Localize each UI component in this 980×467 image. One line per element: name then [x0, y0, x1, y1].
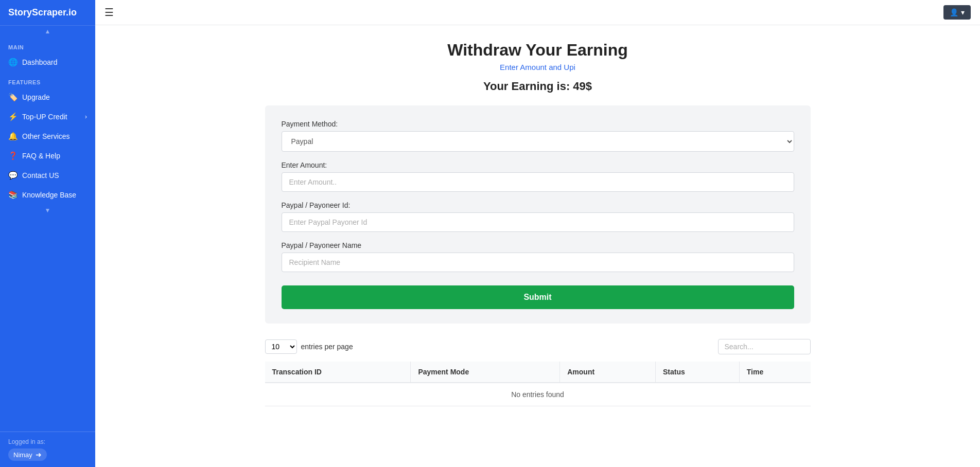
sidebar-item-label: Other Services — [22, 132, 70, 140]
enter-amount-input[interactable] — [282, 172, 794, 192]
transactions-table: Transcation ID Payment Mode Amount Statu… — [265, 362, 811, 406]
enter-amount-group: Enter Amount: — [282, 161, 794, 192]
entries-control: 10 25 50 100 entries per page — [265, 339, 353, 354]
no-entries-cell: No entries found — [265, 383, 811, 406]
paypal-id-input[interactable] — [282, 212, 794, 232]
lightning-icon: ⚡ — [8, 112, 18, 121]
sidebar: StoryScraper.io ▲ MAIN 🌐 Dashboard FEATU… — [0, 0, 95, 467]
sidebar-section-features: FEATURES — [0, 72, 95, 87]
sidebar-footer: Logged in as: Nimay ➜ — [0, 432, 95, 467]
payment-method-group: Payment Method: Paypal Payoneer UPI — [282, 120, 794, 152]
table-search-input[interactable] — [718, 339, 811, 354]
sidebar-item-label: FAQ & Help — [22, 152, 60, 160]
book-icon: 📚 — [8, 190, 18, 200]
sidebar-item-label: Upgrade — [22, 93, 50, 101]
sidebar-item-topup-credit[interactable]: ⚡ Top-UP Credit › — [0, 107, 95, 127]
sidebar-item-other-services[interactable]: 🔔 Other Services — [0, 127, 95, 146]
col-status: Status — [655, 362, 739, 383]
table-header: Transcation ID Payment Mode Amount Statu… — [265, 362, 811, 383]
withdrawal-form-card: Payment Method: Paypal Payoneer UPI Ente… — [265, 105, 811, 324]
table-body: No entries found — [265, 383, 811, 406]
user-badge[interactable]: Nimay ➜ — [8, 448, 47, 461]
payment-method-label: Payment Method: — [282, 120, 794, 128]
earning-value: 49$ — [573, 80, 592, 93]
sidebar-item-dashboard[interactable]: 🌐 Dashboard — [0, 52, 95, 72]
entries-per-page-select[interactable]: 10 25 50 100 — [265, 339, 297, 354]
page-title: Withdraw Your Earning — [116, 41, 959, 60]
earning-prefix: Your Earning is: — [483, 80, 570, 93]
sidebar-item-label: Knowledge Base — [22, 191, 76, 199]
scroll-up-arrow: ▲ — [0, 26, 95, 37]
topbar: ☰ 👤 ▾ — [95, 0, 980, 25]
sidebar-item-faq[interactable]: ❓ FAQ & Help — [0, 146, 95, 166]
table-row-empty: No entries found — [265, 383, 811, 406]
chevron-right-icon: › — [85, 113, 87, 120]
main-content: ☰ 👤 ▾ Withdraw Your Earning Enter Amount… — [95, 0, 980, 467]
col-payment-mode: Payment Mode — [411, 362, 560, 383]
submit-button[interactable]: Submit — [282, 285, 794, 309]
paypal-id-group: Paypal / Payoneer Id: — [282, 201, 794, 232]
col-amount: Amount — [560, 362, 656, 383]
sidebar-item-knowledge-base[interactable]: 📚 Knowledge Base — [0, 185, 95, 205]
user-dropdown-arrow: ▾ — [961, 8, 965, 16]
paypal-name-input[interactable] — [282, 253, 794, 272]
col-transaction-id: Transcation ID — [265, 362, 411, 383]
page-subtitle: Enter Amount and Upi — [116, 63, 959, 71]
logged-in-label: Logged in as: — [8, 438, 87, 445]
paypal-id-label: Paypal / Payoneer Id: — [282, 201, 794, 209]
globe-icon: 🌐 — [8, 58, 18, 67]
earning-display: Your Earning is: 49$ — [116, 80, 959, 93]
question-icon: ❓ — [8, 151, 18, 160]
sidebar-section-main: MAIN — [0, 37, 95, 52]
user-avatar-button[interactable]: 👤 ▾ — [943, 5, 971, 20]
paypal-name-label: Paypal / Payoneer Name — [282, 241, 794, 249]
app-logo: StoryScraper.io — [0, 0, 95, 26]
table-controls: 10 25 50 100 entries per page — [265, 339, 811, 354]
enter-amount-label: Enter Amount: — [282, 161, 794, 169]
payment-method-select[interactable]: Paypal Payoneer UPI — [282, 131, 794, 152]
sidebar-item-label: Top-UP Credit — [22, 113, 67, 121]
user-icon: 👤 — [950, 8, 958, 16]
table-header-row: Transcation ID Payment Mode Amount Statu… — [265, 362, 811, 383]
username-label: Nimay — [13, 451, 32, 459]
sidebar-item-label: Contact US — [22, 171, 59, 179]
sidebar-item-label: Dashboard — [22, 58, 58, 66]
upgrade-icon: 🏷️ — [8, 93, 18, 102]
chat-icon: 💬 — [8, 171, 18, 180]
bell-icon: 🔔 — [8, 132, 18, 141]
sidebar-item-contact[interactable]: 💬 Contact US — [0, 166, 95, 185]
entries-per-page-label: entries per page — [301, 343, 353, 351]
sidebar-item-upgrade[interactable]: 🏷️ Upgrade — [0, 87, 95, 107]
logout-icon: ➜ — [36, 451, 42, 459]
content-area: Withdraw Your Earning Enter Amount and U… — [95, 25, 980, 467]
paypal-name-group: Paypal / Payoneer Name — [282, 241, 794, 272]
scroll-down-arrow: ▼ — [0, 205, 95, 216]
hamburger-menu[interactable]: ☰ — [104, 6, 114, 19]
col-time: Time — [739, 362, 810, 383]
